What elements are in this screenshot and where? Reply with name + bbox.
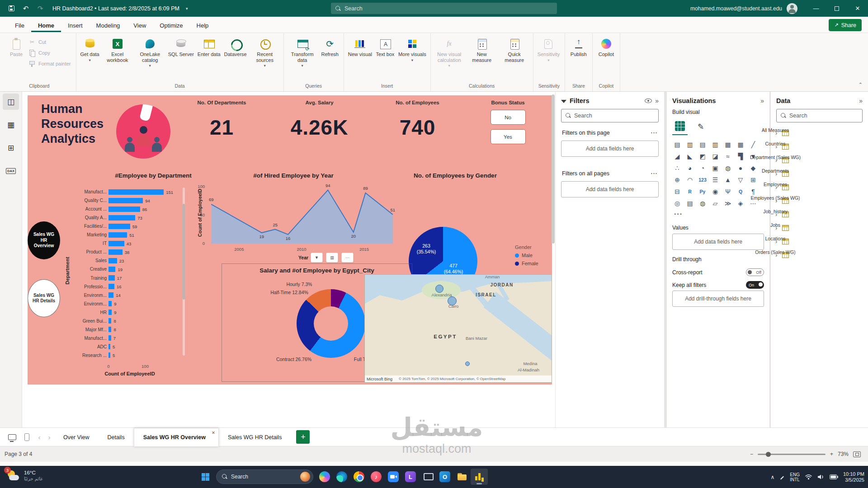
- bar[interactable]: [108, 224, 130, 229]
- data-item-department-sales-wg-[interactable]: ›Department (Sales WG): [771, 153, 868, 167]
- desktop-view-icon[interactable]: [5, 431, 19, 443]
- data-item-employees[interactable]: ›Employees: [771, 180, 868, 194]
- weather-widget[interactable]: 3 16°C غائم جزئيًا: [3, 468, 46, 483]
- account-email[interactable]: mohamed.moawed@student.aast.edu: [690, 5, 782, 12]
- bar[interactable]: [108, 258, 117, 263]
- metrics-icon[interactable]: ◎: [671, 197, 683, 209]
- copilot-app-icon[interactable]: [316, 469, 333, 485]
- ribbon-button-enter-data[interactable]: Enter data: [196, 35, 222, 57]
- data-collapse-icon[interactable]: »: [859, 97, 863, 104]
- data-item-orders-sales-wg-[interactable]: ›Orders (Sales WG): [771, 248, 868, 262]
- paginated-report-icon[interactable]: ▤: [684, 197, 696, 209]
- powerbi-app-icon[interactable]: [471, 469, 488, 485]
- stacked-column-chart-icon[interactable]: ▥: [684, 139, 696, 150]
- legend-item-female[interactable]: Female: [515, 261, 538, 266]
- more-options-icon[interactable]: ···: [651, 170, 658, 177]
- drill-through-dropzone[interactable]: Add drill-through fields here: [672, 291, 764, 307]
- decomposition-tree-icon[interactable]: Ψ: [722, 186, 734, 197]
- line-chart-icon[interactable]: ╱: [747, 139, 759, 150]
- ribbon-button-refresh[interactable]: Refresh: [319, 35, 341, 57]
- build-visual-tab[interactable]: [672, 118, 688, 135]
- bar[interactable]: [108, 215, 135, 221]
- ribbon-button-new-visual[interactable]: New visual: [346, 35, 374, 57]
- bar[interactable]: [108, 267, 115, 272]
- close-tab-icon[interactable]: ✕: [212, 430, 215, 435]
- save-icon[interactable]: [6, 4, 16, 14]
- music-app-icon[interactable]: ♪: [368, 469, 385, 485]
- table-icon[interactable]: ⊞: [747, 174, 759, 185]
- filters-search-input[interactable]: Search: [561, 109, 659, 122]
- tab-over-view[interactable]: Over View: [54, 428, 98, 446]
- menu-item-optimize[interactable]: Optimize: [153, 18, 189, 32]
- bar-chart[interactable]: Manufact...151Quality C...94Account ...8…: [71, 184, 189, 388]
- bar[interactable]: [108, 292, 113, 298]
- start-button[interactable]: [197, 469, 213, 485]
- menu-item-modeling[interactable]: Modeling: [90, 18, 127, 32]
- shape-map-icon[interactable]: ◆: [747, 162, 759, 174]
- share-button[interactable]: ↗ Share: [829, 19, 862, 31]
- cross-report-toggle[interactable]: Off: [746, 268, 764, 276]
- battery-icon[interactable]: [830, 474, 838, 479]
- bar[interactable]: [108, 335, 111, 341]
- filled-map-icon[interactable]: ●: [735, 162, 746, 174]
- next-page-icon[interactable]: ›: [44, 433, 54, 441]
- menu-item-file[interactable]: File: [8, 18, 31, 32]
- zoom-slider-thumb[interactable]: [766, 452, 771, 457]
- bar[interactable]: [108, 206, 140, 212]
- chrome-app-icon[interactable]: [350, 469, 368, 485]
- pen-icon[interactable]: [779, 474, 785, 480]
- dax-query-view-button[interactable]: DAX: [3, 163, 19, 179]
- gauge-icon[interactable]: ◠: [684, 174, 696, 185]
- bar[interactable]: [108, 275, 115, 281]
- visual-grid-more-icon[interactable]: ···: [667, 209, 769, 218]
- map-bubble[interactable]: [465, 361, 470, 366]
- key-influencers-icon[interactable]: ◉: [709, 186, 721, 197]
- ribbon-button-text-box[interactable]: Text box: [374, 35, 396, 57]
- python-visual-icon[interactable]: Py: [697, 186, 708, 197]
- taskbar-search-input[interactable]: Search: [216, 469, 313, 484]
- ribbon-button-sql-server[interactable]: SQL Server: [166, 35, 196, 57]
- new-page-button[interactable]: +: [296, 430, 310, 444]
- bar[interactable]: [108, 241, 124, 246]
- bar[interactable]: [108, 249, 123, 255]
- clustered-bar-chart-icon[interactable]: ▤: [697, 139, 708, 150]
- matrix-icon[interactable]: ⊟: [671, 186, 683, 197]
- menu-item-insert[interactable]: Insert: [61, 18, 90, 32]
- data-item-departments[interactable]: ›Departments: [771, 167, 868, 180]
- clustered-column-chart-icon[interactable]: ▥: [709, 139, 721, 150]
- menu-item-home[interactable]: Home: [31, 18, 61, 32]
- prev-page-icon[interactable]: ‹: [34, 433, 44, 441]
- ribbon-button-quick-measure[interactable]: Quick measure: [498, 35, 531, 63]
- custom-visual-icon[interactable]: ◈: [735, 197, 746, 209]
- bonus-yes-button[interactable]: Yes: [491, 129, 526, 144]
- canvas-scrollbar[interactable]: [552, 94, 555, 424]
- treemap-icon[interactable]: ▣: [709, 162, 721, 174]
- keep-all-filters-toggle[interactable]: On: [746, 281, 764, 289]
- ribbon-collapse-icon[interactable]: ⌃: [859, 82, 863, 88]
- map-icon[interactable]: ◍: [722, 162, 734, 174]
- 100-stacked-bar-chart-icon[interactable]: ▦: [722, 139, 734, 150]
- language-indicator[interactable]: ENGINTL: [790, 472, 800, 482]
- zoom-slider[interactable]: [758, 454, 826, 455]
- power-automate-icon[interactable]: ≫: [722, 197, 734, 209]
- bar[interactable]: [108, 352, 110, 358]
- bar[interactable]: [108, 198, 143, 203]
- visual-more-options-icon[interactable]: ···: [341, 253, 354, 263]
- ribbon-button-publish[interactable]: Publish: [567, 35, 590, 57]
- account-avatar[interactable]: [787, 3, 797, 14]
- bar[interactable]: [108, 189, 164, 195]
- bar-chart-scrollbar[interactable]: [183, 188, 185, 356]
- table-view-button[interactable]: ▦: [3, 117, 19, 133]
- r-script-visual-icon[interactable]: R: [684, 186, 696, 197]
- data-item-jobs[interactable]: ›Jobs: [771, 221, 868, 235]
- donut-chart-icon[interactable]: ◔: [697, 162, 708, 174]
- format-visual-tab[interactable]: ✎: [693, 118, 708, 135]
- scatter-chart-icon[interactable]: ∴: [671, 162, 683, 174]
- global-search-input[interactable]: Search: [331, 3, 557, 14]
- nav-button-details[interactable]: Sales WG HR Details: [28, 279, 60, 317]
- explorer-app-icon[interactable]: [453, 469, 471, 485]
- kpi-icon[interactable]: ▲: [722, 174, 734, 185]
- ribbon-chart-icon[interactable]: ≈: [722, 150, 734, 162]
- l-app-icon[interactable]: L: [402, 469, 419, 485]
- bar[interactable]: [108, 232, 127, 238]
